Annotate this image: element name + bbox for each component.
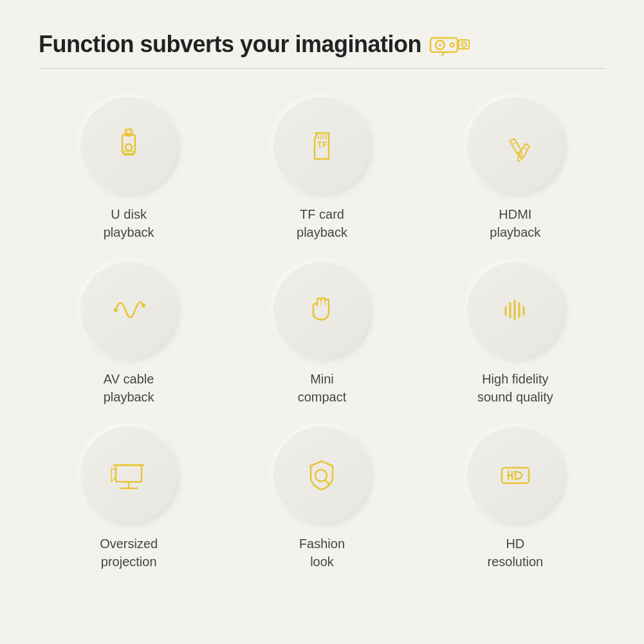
- feature-item-sound-quality: High fidelitysound quality: [425, 262, 605, 406]
- feature-item-tf-card: TF TF cardplayback: [232, 97, 412, 241]
- feature-item-hdmi: HDMIplayback: [425, 97, 605, 241]
- svg-text:TF: TF: [317, 140, 327, 149]
- svg-line-24: [523, 147, 528, 150]
- feature-item-av-cable: AV cableplayback: [39, 262, 219, 406]
- page-title: Function subverts your imagination: [39, 31, 421, 58]
- page-wrapper: Function subverts your imagination: [0, 0, 644, 596]
- feature-label-mini-compact: Minicompact: [298, 370, 347, 406]
- svg-line-43: [325, 480, 329, 484]
- feature-label-av-cable: AV cableplayback: [104, 370, 154, 406]
- feature-circle-hdmi: [467, 97, 564, 194]
- feature-circle-oversized-projection: [80, 427, 177, 523]
- feature-item-fashion-look: Fashionlook: [232, 427, 412, 571]
- svg-point-7: [463, 44, 465, 46]
- features-grid: U diskplayback TF TF cardplayback: [39, 97, 605, 571]
- feature-item-mini-compact: Minicompact: [232, 262, 412, 406]
- svg-rect-19: [510, 138, 521, 153]
- feature-label-tf-card: TF cardplayback: [297, 205, 347, 241]
- feature-circle-mini-compact: [273, 262, 370, 358]
- feature-label-fashion-look: Fashionlook: [299, 535, 345, 571]
- feature-label-hdmi: HDMIplayback: [490, 205, 540, 241]
- svg-point-2: [438, 43, 442, 47]
- feature-label-oversized-projection: Oversizedprojection: [100, 535, 158, 571]
- svg-point-12: [125, 144, 132, 151]
- feature-circle-sound-quality: [467, 262, 564, 358]
- svg-rect-35: [116, 465, 142, 482]
- header: Function subverts your imagination: [39, 31, 605, 58]
- feature-label-u-disk: U diskplayback: [104, 205, 154, 241]
- feature-circle-fashion-look: [273, 427, 370, 523]
- projector-icon: [429, 33, 470, 56]
- svg-point-25: [142, 304, 145, 308]
- feature-item-hd-resolution: HDresolution: [425, 427, 605, 571]
- feature-label-sound-quality: High fidelitysound quality: [477, 370, 553, 406]
- feature-label-hd-resolution: HDresolution: [487, 535, 543, 571]
- feature-circle-av-cable: [80, 262, 177, 358]
- feature-circle-hd-resolution: [467, 427, 564, 523]
- feature-circle-u-disk: [80, 97, 177, 194]
- header-divider: [39, 68, 605, 69]
- svg-point-3: [450, 43, 454, 47]
- feature-item-u-disk: U diskplayback: [39, 97, 219, 241]
- feature-circle-tf-card: TF: [273, 97, 370, 194]
- feature-item-oversized-projection: Oversizedprojection: [39, 427, 219, 571]
- svg-line-21: [511, 142, 516, 145]
- svg-point-26: [114, 308, 118, 312]
- svg-marker-23: [515, 156, 522, 163]
